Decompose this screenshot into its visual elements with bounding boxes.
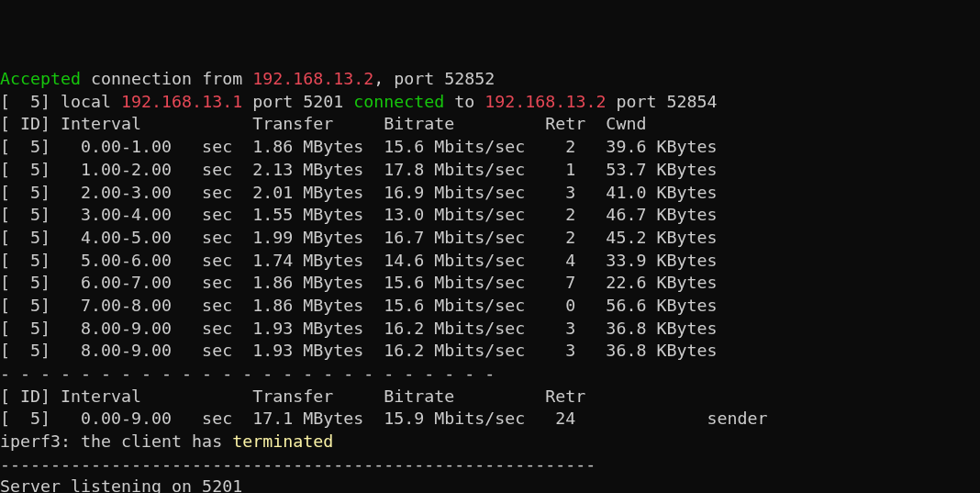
interval-row: [ 5] 8.00-9.00 sec 1.93 MBytes 16.2 Mbit… [0, 319, 717, 338]
interval-row: [ 5] 5.00-6.00 sec 1.74 MBytes 14.6 Mbit… [0, 251, 717, 270]
interval-row: [ 5] 2.00-3.00 sec 2.01 MBytes 16.9 Mbit… [0, 183, 717, 202]
interval-row: [ 5] 3.00-4.00 sec 1.55 MBytes 13.0 Mbit… [0, 205, 717, 224]
listening-line: Server listening on 5201 [0, 476, 242, 493]
terminated-word: terminated [232, 431, 333, 451]
interval-row: [ 5] 0.00-1.00 sec 1.86 MBytes 15.6 Mbit… [0, 137, 717, 156]
connected-line: [ 5] local 192.168.13.1 port 5201 connec… [0, 92, 717, 111]
summary-header: [ ID] Interval Transfer Bitrate Retr [0, 387, 585, 406]
separator-dashes: - - - - - - - - - - - - - - - - - - - - … [0, 364, 495, 383]
interval-row: [ 5] 1.00-2.00 sec 2.13 MBytes 17.8 Mbit… [0, 160, 717, 179]
interval-row: [ 5] 6.00-7.00 sec 1.86 MBytes 15.6 Mbit… [0, 273, 717, 292]
interval-row: [ 5] 4.00-5.00 sec 1.99 MBytes 16.7 Mbit… [0, 228, 717, 247]
summary-row: [ 5] 0.00-9.00 sec 17.1 MBytes 15.9 Mbit… [0, 409, 767, 428]
terminated-line: iperf3: the client has terminated [0, 431, 333, 451]
interval-header: [ ID] Interval Transfer Bitrate Retr Cwn… [0, 114, 646, 133]
client-ip: 192.168.13.2 [252, 69, 373, 88]
separator-line: ----------------------------------------… [0, 454, 596, 474]
remote-ip: 192.168.13.2 [484, 92, 606, 111]
local-ip: 192.168.13.1 [121, 92, 242, 111]
accepted-line: Accepted connection from 192.168.13.2, p… [0, 69, 495, 88]
connected-word: connected [353, 92, 444, 111]
accepted-word: Accepted [0, 69, 81, 88]
interval-row: [ 5] 8.00-9.00 sec 1.93 MBytes 16.2 Mbit… [0, 341, 717, 360]
interval-row: [ 5] 7.00-8.00 sec 1.86 MBytes 15.6 Mbit… [0, 296, 717, 315]
terminal-output: Accepted connection from 192.168.13.2, p… [0, 68, 980, 493]
